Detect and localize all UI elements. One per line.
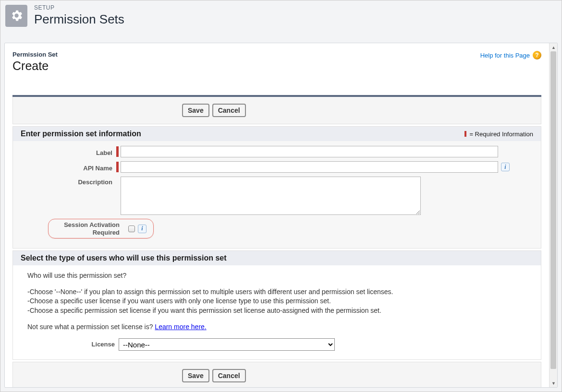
required-indicator-icon [464, 131, 466, 137]
required-mark-api [116, 162, 119, 172]
section-user-type: Select the type of users who will use th… [12, 250, 541, 360]
section2-header: Select the type of users who will use th… [13, 251, 541, 265]
info-icon[interactable]: i [138, 225, 147, 233]
label-api-name: API Name [23, 163, 116, 172]
help-for-page-link[interactable]: Help for this Page [480, 52, 530, 59]
required-legend-text: = Required Information [469, 131, 533, 138]
section-permission-info: Enter permission set information = Requi… [12, 126, 541, 249]
scrollbar-up-arrow-icon[interactable]: ▲ [550, 43, 558, 51]
section2-intro: Who will use this permission set? [27, 271, 526, 281]
scrollbar-down-arrow-icon[interactable]: ▼ [550, 379, 558, 387]
header-kicker: SETUP [34, 4, 124, 11]
row-label: Label [23, 146, 531, 157]
header-title: Permission Sets [34, 12, 124, 27]
setup-header: SETUP Permission Sets [0, 0, 562, 36]
help-question-icon[interactable]: ? [533, 51, 541, 59]
section2-choice1: -Choose '--None--' if you plan to assign… [27, 287, 526, 297]
row-session-activation: Session Activation Required i [23, 219, 531, 238]
row-description: Description [23, 177, 531, 215]
save-button[interactable]: Save [182, 104, 209, 117]
save-button[interactable]: Save [182, 369, 209, 382]
cancel-button[interactable]: Cancel [212, 104, 246, 117]
label-input[interactable] [121, 146, 498, 157]
header-titles: SETUP Permission Sets [34, 4, 124, 27]
page-title: Create [12, 59, 58, 73]
session-activation-checkbox[interactable] [128, 226, 135, 232]
bottom-button-row: Save Cancel [12, 362, 541, 387]
vertical-scrollbar[interactable]: ▲ ▼ [549, 43, 557, 387]
learn-more-link[interactable]: Learn more here. [155, 323, 206, 331]
label-license: License [27, 340, 119, 349]
setup-gear-icon [5, 5, 27, 27]
help-link-area: Help for this Page ? [480, 51, 541, 59]
api-name-input[interactable] [121, 161, 498, 173]
required-legend: = Required Information [464, 131, 533, 138]
learn-intro-text: Not sure what a permission set license i… [27, 323, 155, 331]
section2-choice3: -Choose a specific permission set licens… [27, 306, 526, 316]
page-kicker: Permission Set [12, 51, 58, 58]
section2-choice2: -Choose a specific user license if you w… [27, 297, 526, 306]
label-session-activation: Session Activation Required [51, 221, 123, 236]
cancel-button[interactable]: Cancel [212, 369, 246, 382]
page-head-left: Permission Set Create [12, 51, 58, 73]
section2-learn: Not sure what a permission set license i… [27, 322, 526, 332]
row-license: License --None-- [27, 338, 526, 351]
gear-icon [10, 9, 24, 23]
section2-body: Who will use this permission set? -Choos… [13, 265, 541, 359]
section1-heading: Enter permission set information [21, 130, 141, 138]
top-button-row: Save Cancel [12, 97, 541, 124]
required-mark-label [116, 146, 119, 157]
license-select[interactable]: --None-- [119, 338, 335, 351]
description-input[interactable] [121, 177, 421, 215]
label-label: Label [23, 147, 116, 156]
section2-heading: Select the type of users who will use th… [21, 254, 227, 262]
content-panel: Permission Set Create Help for this Page… [4, 43, 558, 388]
session-activation-highlight: Session Activation Required i [48, 219, 154, 238]
scrollbar-thumb[interactable] [550, 51, 556, 369]
section1-body: Label API Name i Description [13, 141, 541, 248]
page-head: Permission Set Create Help for this Page… [12, 51, 541, 73]
label-description: Description [23, 177, 116, 186]
scroll-area: Permission Set Create Help for this Page… [5, 43, 549, 387]
info-icon[interactable]: i [501, 163, 510, 171]
app-frame: SETUP Permission Sets Permission Set Cre… [0, 0, 562, 392]
section1-header: Enter permission set information = Requi… [13, 127, 541, 141]
row-api-name: API Name i [23, 161, 531, 173]
